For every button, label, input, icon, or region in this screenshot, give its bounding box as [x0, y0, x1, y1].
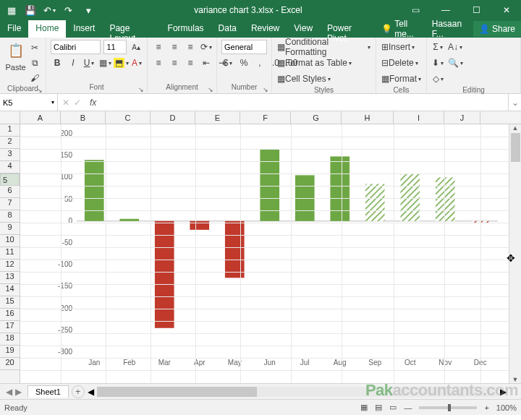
dialog-launcher-icon[interactable]: ↘ — [37, 87, 43, 94]
border-button[interactable]: ▦▾ — [98, 56, 111, 69]
tab-view[interactable]: View — [287, 20, 320, 38]
row-header[interactable]: 17 — [0, 321, 20, 333]
enter-icon[interactable]: ✓ — [74, 98, 81, 108]
dialog-launcher-icon[interactable]: ↘ — [263, 86, 268, 93]
row-header[interactable]: 8 — [0, 210, 20, 223]
fx-icon[interactable]: fx — [85, 94, 101, 111]
row-header[interactable]: 18 — [0, 333, 20, 346]
delete-cells-button[interactable]: ⊟ Delete▾ — [381, 56, 419, 69]
align-bottom-button[interactable]: ≡ — [184, 40, 197, 53]
column-header[interactable]: B — [61, 111, 106, 124]
align-middle-button[interactable]: ≡ — [168, 40, 181, 53]
column-header[interactable]: G — [291, 111, 342, 124]
align-top-button[interactable]: ≡ — [152, 40, 165, 53]
column-header[interactable]: I — [394, 111, 444, 124]
column-header[interactable]: E — [195, 111, 240, 124]
bold-button[interactable]: B — [51, 56, 64, 69]
scroll-right-icon[interactable]: ▶ — [500, 387, 507, 397]
conditional-formatting-button[interactable]: ▦ Conditional Formatting▾ — [276, 40, 371, 53]
tab-home[interactable]: Home — [28, 20, 66, 38]
font-color-button[interactable]: A▾ — [130, 56, 143, 69]
save-button[interactable]: 💾 — [23, 3, 38, 17]
column-header[interactable]: C — [106, 111, 151, 124]
clear-button[interactable]: ◇▾ — [431, 72, 444, 85]
italic-button[interactable]: I — [67, 56, 80, 69]
zoom-in-button[interactable]: + — [484, 403, 488, 412]
row-header[interactable]: 9 — [0, 223, 20, 235]
copy-button[interactable]: ⧉ — [28, 56, 41, 69]
column-header[interactable]: D — [151, 111, 195, 124]
row-header[interactable]: 7 — [0, 198, 20, 210]
tab-data[interactable]: Data — [211, 20, 244, 38]
share-button[interactable]: 👤Share — [473, 21, 521, 37]
tab-power-pivot[interactable]: Power Pivot — [320, 20, 376, 38]
scroll-up-icon[interactable]: ▲ — [512, 124, 519, 132]
row-header[interactable]: 20 — [0, 358, 20, 370]
find-select-button[interactable]: 🔍▾ — [447, 56, 464, 69]
number-format-select[interactable] — [221, 40, 267, 54]
column-header[interactable]: F — [240, 111, 291, 124]
orientation-button[interactable]: ⟳▾ — [200, 40, 213, 53]
row-header[interactable]: 10 — [0, 235, 20, 247]
zoom-out-button[interactable]: — — [404, 403, 412, 412]
view-normal-button[interactable]: ▦ — [360, 403, 368, 412]
row-header[interactable]: 11 — [0, 247, 20, 260]
cut-button[interactable]: ✂ — [28, 41, 41, 54]
grow-font-button[interactable]: A▴ — [130, 40, 143, 53]
tab-review[interactable]: Review — [244, 20, 287, 38]
paste-button[interactable]: 📋 Paste — [4, 40, 27, 72]
fill-color-button[interactable]: ⬒▾ — [114, 56, 127, 69]
dialog-launcher-icon[interactable]: ↘ — [208, 86, 213, 93]
row-header[interactable]: 16 — [0, 309, 20, 321]
variance-chart[interactable]: -300-250-200-150-100-50050100150200JanFe… — [42, 127, 505, 372]
name-box[interactable]: K5▾ — [0, 94, 58, 111]
font-name-select[interactable] — [51, 40, 101, 54]
column-header[interactable]: A — [20, 111, 61, 124]
new-sheet-button[interactable]: + — [72, 385, 85, 398]
zoom-slider[interactable] — [419, 406, 477, 409]
row-header[interactable]: 12 — [0, 260, 20, 272]
font-size-select[interactable] — [103, 40, 127, 54]
undo-button[interactable]: ↶▾ — [42, 3, 56, 17]
row-header[interactable]: 6 — [0, 186, 20, 198]
row-header[interactable]: 13 — [0, 272, 20, 284]
close-button[interactable]: ✕ — [492, 0, 521, 20]
format-painter-button[interactable]: 🖌 — [28, 72, 41, 85]
insert-cells-button[interactable]: ⊞ Insert▾ — [381, 40, 415, 53]
tab-insert[interactable]: Insert — [66, 20, 102, 38]
formula-input[interactable] — [101, 94, 508, 111]
comma-button[interactable]: , — [253, 56, 266, 69]
cell-styles-button[interactable]: ▦ Cell Styles▾ — [276, 72, 331, 85]
column-header[interactable]: H — [342, 111, 394, 124]
row-header[interactable]: 19 — [0, 346, 20, 358]
row-header[interactable]: 1 — [0, 124, 20, 137]
view-layout-button[interactable]: ▤ — [375, 403, 382, 412]
fill-button[interactable]: ⬇▾ — [431, 56, 444, 69]
tab-page-layout[interactable]: Page Layout — [102, 20, 160, 38]
redo-button[interactable]: ↷ — [61, 3, 75, 17]
row-header[interactable]: 14 — [0, 284, 20, 296]
indent-decrease-button[interactable]: ⇤ — [200, 56, 213, 69]
tab-formulas[interactable]: Formulas — [161, 20, 211, 38]
format-as-table-button[interactable]: ▦ Format as Table▾ — [276, 56, 352, 69]
dialog-launcher-icon[interactable]: ↘ — [138, 86, 144, 93]
percent-button[interactable]: % — [237, 56, 250, 69]
qat-customize[interactable]: ▾ — [81, 3, 96, 17]
underline-button[interactable]: U▾ — [82, 56, 96, 69]
sort-filter-button[interactable]: A↓▾ — [447, 40, 463, 53]
sheet-tab-sheet1[interactable]: Sheet1 — [27, 385, 69, 398]
format-cells-button[interactable]: ▦ Format▾ — [381, 72, 422, 85]
sheet-nav[interactable]: ◀▶ — [3, 387, 25, 397]
align-center-button[interactable]: ≡ — [168, 56, 181, 69]
align-right-button[interactable]: ≡ — [184, 56, 197, 69]
horizontal-scrollbar[interactable]: ◀ ▶ — [88, 384, 521, 399]
zoom-level[interactable]: 100% — [496, 403, 517, 412]
scroll-left-icon[interactable]: ◀ — [88, 387, 94, 397]
expand-formula-bar[interactable]: ⌄ — [508, 94, 521, 111]
row-header[interactable]: 5 — [0, 173, 20, 186]
cancel-icon[interactable]: ✕ — [62, 98, 69, 108]
row-header[interactable]: 4 — [0, 161, 20, 173]
row-header[interactable]: 3 — [0, 149, 20, 161]
row-header[interactable]: 2 — [0, 137, 20, 149]
currency-button[interactable]: $▾ — [221, 56, 234, 69]
